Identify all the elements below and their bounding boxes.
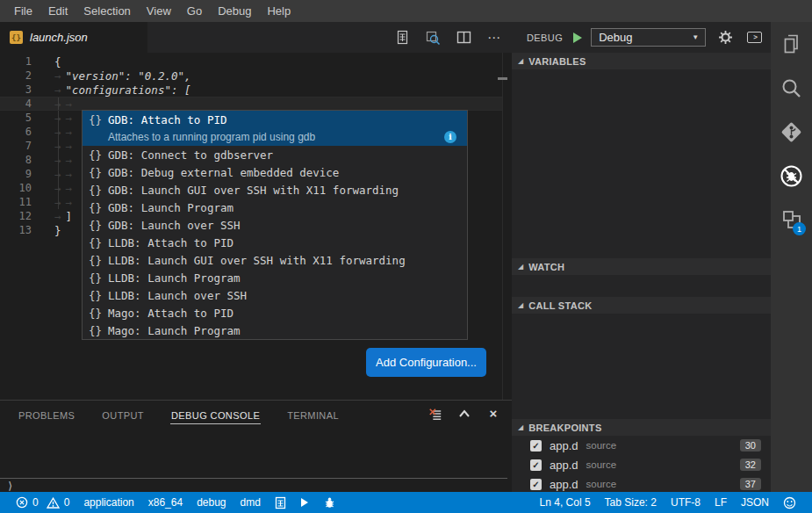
language-mode[interactable]: JSON (734, 492, 776, 513)
whitespace-marks: →→ (54, 182, 76, 195)
menu-debug[interactable]: Debug (210, 0, 259, 22)
suggestion-item[interactable]: {}GDB: Launch Program (83, 199, 467, 216)
bug-icon[interactable] (316, 492, 343, 513)
breakpoint-checkbox[interactable]: ✓ (530, 459, 542, 471)
status-label: x86_64 (148, 496, 183, 509)
maximize-panel-icon[interactable] (457, 407, 471, 421)
eol-indicator[interactable]: LF (708, 492, 734, 513)
clear-console-icon[interactable] (428, 407, 442, 421)
section-variables[interactable]: ◢ VARIABLES (512, 53, 771, 69)
menu-edit[interactable]: Edit (40, 0, 75, 22)
status-bar: 0 0 application x86_64 debug dmd Ln 4, C… (0, 492, 812, 513)
cursor-position[interactable]: Ln 4, Col 5 (533, 492, 598, 513)
code-line-current[interactable]: 4→→ (0, 97, 502, 111)
breakpoint-row[interactable]: ✓ app.d source 30 (512, 436, 771, 455)
debug-console-icon[interactable]: > (747, 32, 762, 43)
menu-go[interactable]: Go (179, 0, 210, 22)
start-debug-icon[interactable] (572, 32, 583, 44)
tab-terminal[interactable]: TERMINAL (286, 404, 340, 423)
debug-console-input[interactable]: ⟩ (0, 478, 507, 492)
source-control-icon[interactable] (771, 110, 812, 154)
suggestion-item[interactable]: {}LLDB: Launch GUI over SSH with X11 for… (83, 251, 467, 269)
suggestion-item[interactable]: {}Mago: Launch Program (83, 322, 467, 339)
split-editor-icon[interactable] (456, 30, 471, 46)
problems-status[interactable]: 0 0 (9, 492, 76, 513)
tab-launch-json[interactable]: {} launch.json (0, 22, 147, 53)
breakpoint-checkbox[interactable]: ✓ (530, 440, 542, 452)
close-panel-icon[interactable]: × (486, 407, 500, 421)
code-line[interactable]: 1{ (0, 54, 512, 69)
menu-help[interactable]: Help (259, 0, 298, 22)
suggestion-item[interactable]: {}GDB: Debug external embedded device (83, 163, 467, 181)
suggestion-label: GDB: Connect to gdbserver (108, 148, 273, 162)
whitespace-marks: →→ (54, 196, 76, 209)
suggestion-item-selected[interactable]: {}GDB: Attach to PID (83, 111, 467, 128)
feedback-smiley-icon[interactable] (776, 492, 803, 513)
suggestion-item[interactable]: {}GDB: Launch GUI over SSH with X11 forw… (83, 181, 467, 199)
suggestion-label: GDB: Launch GUI over SSH with X11 forwar… (108, 184, 399, 197)
search-preview-icon[interactable] (425, 30, 441, 46)
status-label: Tab Size: 2 (605, 496, 657, 509)
explorer-icon[interactable] (771, 22, 812, 66)
debug-configuration-select[interactable]: Debug ▼ (591, 28, 706, 47)
scrollbar-ruler[interactable] (502, 53, 503, 400)
tab-debug-console[interactable]: DEBUG CONSOLE (170, 404, 261, 424)
suggestion-item[interactable]: {}GDB: Connect to gdbserver (83, 146, 467, 163)
overview-cursor-mark (498, 77, 507, 80)
status-arch[interactable]: x86_64 (141, 492, 190, 513)
status-build-type[interactable]: debug (190, 492, 233, 513)
whitespace-marks: →→ (54, 112, 76, 125)
suggestion-item[interactable]: {}LLDB: Attach to PID (83, 234, 467, 251)
code-line[interactable]: 3→"configurations": [ (0, 83, 512, 97)
line-number: 12 (0, 210, 32, 222)
project-file-icon[interactable] (268, 492, 293, 513)
tab-size-indicator[interactable]: Tab Size: 2 (598, 492, 664, 513)
open-file-icon[interactable] (394, 30, 410, 46)
info-icon[interactable]: i (444, 131, 456, 143)
section-breakpoints[interactable]: ◢ BREAKPOINTS (512, 419, 771, 436)
menu-file[interactable]: File (6, 0, 40, 22)
warning-count: 0 (64, 496, 70, 509)
prompt-icon: ⟩ (7, 480, 13, 492)
code-line[interactable]: 2→"version": "0.2.0", (0, 69, 512, 83)
code-editor[interactable]: 1{ 2→"version": "0.2.0", 3→"configuratio… (0, 53, 512, 400)
run-icon[interactable] (293, 492, 316, 513)
tab-problems[interactable]: PROBLEMS (18, 404, 75, 423)
suggestion-label: LLDB: Attach to PID (108, 236, 234, 249)
suggestion-item[interactable]: {}Mago: Attach to PID (83, 304, 467, 322)
status-label: UTF-8 (671, 496, 701, 509)
debug-toolbar: DEBUG Debug ▼ > (512, 22, 771, 53)
line-number: 10 (0, 182, 32, 194)
line-number: 7 (0, 140, 32, 152)
breakpoint-row[interactable]: ✓ app.d source 37 (512, 474, 771, 492)
section-watch[interactable]: ◢ WATCH (512, 258, 771, 275)
search-icon[interactable] (771, 66, 812, 110)
braces-icon: {} (89, 289, 108, 302)
encoding-indicator[interactable]: UTF-8 (664, 492, 708, 513)
warning-icon (47, 497, 60, 509)
status-label: debug (197, 496, 226, 509)
status-application[interactable]: application (76, 492, 140, 513)
tab-output[interactable]: OUTPUT (101, 404, 145, 423)
more-actions-icon[interactable]: ⋯ (486, 30, 502, 46)
extensions-icon[interactable]: 1 (771, 198, 812, 242)
menu-selection[interactable]: Selection (75, 0, 138, 22)
section-call-stack[interactable]: ◢ CALL STACK (512, 297, 771, 314)
breakpoint-origin: source (586, 440, 617, 451)
breakpoint-checkbox[interactable]: ✓ (530, 479, 542, 490)
line-number: 2 (0, 69, 32, 82)
breakpoint-row[interactable]: ✓ app.d source 32 (512, 455, 771, 474)
console-glyph: > (753, 33, 758, 41)
suggestion-label: LLDB: Launch Program (108, 271, 241, 285)
menu-view[interactable]: View (139, 0, 179, 22)
suggestion-item[interactable]: {}LLDB: Launch over SSH (83, 286, 467, 304)
error-count: 0 (32, 496, 39, 509)
debug-icon-active[interactable] (771, 154, 812, 198)
suggestion-item[interactable]: {}GDB: Launch over SSH (83, 216, 467, 234)
gear-icon[interactable] (718, 30, 733, 45)
suggestion-description: Attaches to a running program pid using … (83, 128, 467, 146)
suggestion-item[interactable]: {}LLDB: Launch Program (83, 269, 467, 286)
add-configuration-button[interactable]: Add Configuration... (366, 348, 486, 377)
status-compiler[interactable]: dmd (234, 492, 268, 513)
code-text: { (54, 55, 61, 69)
